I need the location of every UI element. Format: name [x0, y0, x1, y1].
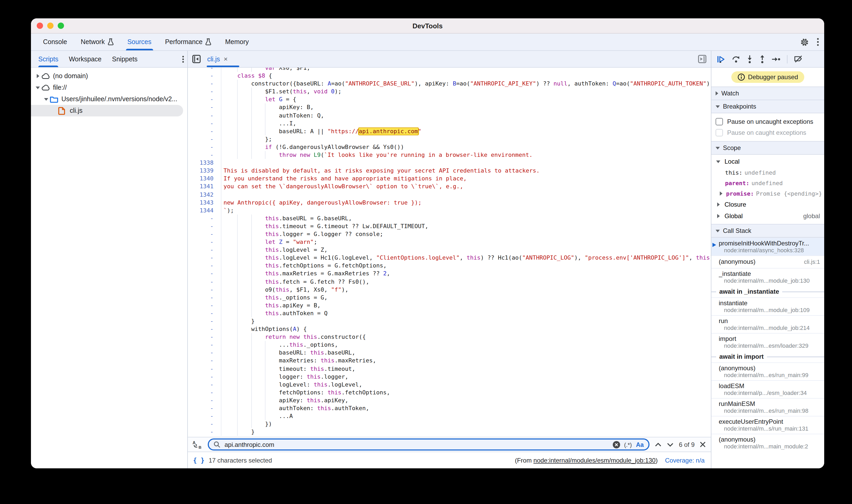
- gutter-cell[interactable]: -: [188, 238, 221, 246]
- deactivate-breakpoints-button[interactable]: [794, 55, 803, 63]
- section-scope[interactable]: Scope: [711, 141, 824, 155]
- tab-cli-js[interactable]: cli.js ×: [207, 55, 228, 63]
- tree-item[interactable]: file://: [31, 82, 187, 93]
- call-stack-frame[interactable]: runMainESMnode:internal/m...es/run_main:…: [711, 398, 824, 416]
- gutter-cell[interactable]: -: [188, 389, 221, 396]
- gutter-cell[interactable]: 1338: [188, 159, 221, 167]
- gutter-cell[interactable]: -: [188, 381, 221, 389]
- gutter-cell[interactable]: 1341: [188, 183, 221, 191]
- gutter-cell[interactable]: -: [188, 278, 221, 286]
- tab-memory[interactable]: Memory: [218, 34, 255, 50]
- gutter-cell[interactable]: -: [188, 80, 221, 88]
- scope-variable[interactable]: promise: Promise {<pending>}: [711, 188, 824, 199]
- gutter-cell[interactable]: -: [188, 309, 221, 317]
- gutter-cell[interactable]: -: [188, 396, 221, 404]
- gutter-cell[interactable]: -: [188, 127, 221, 135]
- tree-arrow[interactable]: [34, 74, 41, 78]
- next-match-button[interactable]: [667, 443, 674, 447]
- scope-group-local[interactable]: Local: [711, 156, 824, 167]
- coverage-link[interactable]: Coverage: n/a: [665, 456, 705, 464]
- gutter-cell[interactable]: -: [188, 341, 221, 349]
- navigator-tab-scripts[interactable]: Scripts: [33, 51, 64, 67]
- gutter-cell[interactable]: -: [188, 365, 221, 373]
- call-stack-frame[interactable]: executeUserEntryPointnode:internal/m...s…: [711, 416, 824, 434]
- previous-match-button[interactable]: [655, 443, 661, 447]
- gutter-cell[interactable]: -: [188, 246, 221, 254]
- source-link[interactable]: node:internal/modules/esm/module_job:130: [534, 456, 656, 464]
- section-call-stack[interactable]: Call Stack: [711, 224, 824, 238]
- scope-entry-arrow[interactable]: [718, 192, 724, 196]
- gutter-cell[interactable]: -: [188, 404, 221, 412]
- call-stack-frame[interactable]: (anonymous)node:internal/m...es/run_main…: [711, 362, 824, 380]
- gutter-cell[interactable]: -: [188, 270, 221, 278]
- call-stack-frame[interactable]: runnode:internal/m...module_job:214: [711, 315, 824, 333]
- breakpoint-option[interactable]: Pause on uncaught exceptions: [715, 116, 820, 127]
- settings-button[interactable]: [800, 37, 809, 47]
- scope-group-arrow[interactable]: [714, 202, 722, 206]
- scope-group-global[interactable]: Globalglobal: [711, 210, 824, 222]
- call-stack-frame[interactable]: (anonymous)cli.js:1: [711, 255, 824, 268]
- gutter-cell[interactable]: -: [188, 104, 221, 111]
- tree-item[interactable]: cli.js: [31, 105, 183, 116]
- section-breakpoints[interactable]: Breakpoints: [711, 100, 824, 113]
- gutter-cell[interactable]: 1342: [188, 191, 221, 198]
- gutter-cell[interactable]: -: [188, 96, 221, 104]
- step-into-button[interactable]: [747, 55, 753, 63]
- gutter-cell[interactable]: -: [188, 215, 221, 222]
- gutter-cell[interactable]: -: [188, 428, 221, 436]
- gutter-cell[interactable]: 1339: [188, 167, 221, 175]
- gutter-cell[interactable]: 1343: [188, 198, 221, 206]
- gutter-cell[interactable]: -: [188, 254, 221, 262]
- search-field[interactable]: (.*) Aa: [208, 438, 650, 450]
- regex-toggle-icon[interactable]: (.*): [624, 441, 632, 448]
- gutter-cell[interactable]: -: [188, 373, 221, 380]
- gutter-cell[interactable]: -: [188, 349, 221, 357]
- gutter-cell[interactable]: -: [188, 317, 221, 325]
- close-window-button[interactable]: [37, 22, 43, 29]
- match-case-toggle-icon[interactable]: Aa: [636, 441, 644, 448]
- call-stack-frame[interactable]: _instantiatenode:internal/m...module_job…: [711, 268, 824, 286]
- gutter-cell[interactable]: -: [188, 302, 221, 309]
- tab-network[interactable]: Network: [74, 34, 121, 50]
- step-out-button[interactable]: [759, 55, 765, 63]
- tab-close-icon[interactable]: ×: [224, 55, 228, 63]
- gutter-cell[interactable]: -: [188, 151, 221, 159]
- navigator-tab-snippets[interactable]: Snippets: [107, 51, 143, 67]
- gutter-cell[interactable]: -: [188, 72, 221, 80]
- zoom-window-button[interactable]: [58, 22, 64, 29]
- gutter-cell[interactable]: -: [188, 135, 221, 143]
- pretty-print-icon[interactable]: { }: [193, 456, 205, 464]
- gutter-cell[interactable]: -: [188, 262, 221, 270]
- tree-item[interactable]: (no domain): [31, 70, 187, 82]
- scope-variable[interactable]: parent: undefined: [711, 178, 824, 188]
- gutter-cell[interactable]: -: [188, 420, 221, 428]
- gutter-cell[interactable]: -: [188, 143, 221, 151]
- minimize-window-button[interactable]: [47, 22, 54, 29]
- search-input[interactable]: [224, 440, 609, 449]
- replace-toggle-button[interactable]: A B: [192, 440, 202, 449]
- close-search-button[interactable]: [700, 442, 706, 447]
- gutter-cell[interactable]: -: [188, 68, 221, 72]
- gutter-cell[interactable]: -: [188, 325, 221, 333]
- tab-performance[interactable]: Performance: [158, 34, 218, 50]
- clear-icon[interactable]: [613, 441, 620, 448]
- gutter-cell[interactable]: -: [188, 293, 221, 301]
- gutter-cell[interactable]: 1340: [188, 175, 221, 183]
- gutter-cell[interactable]: -: [188, 222, 221, 230]
- navigator-tab-workspace[interactable]: Workspace: [64, 51, 107, 67]
- tree-arrow[interactable]: [34, 86, 41, 89]
- call-stack-frame[interactable]: instantiatenode:internal/m...module_job:…: [711, 298, 824, 315]
- section-watch[interactable]: Watch: [711, 87, 824, 100]
- checkbox[interactable]: [715, 118, 723, 125]
- scope-group-arrow[interactable]: [714, 160, 722, 163]
- call-stack-frame[interactable]: promiseInitHookWithDestroyTr...node:inte…: [711, 238, 824, 255]
- gutter-cell[interactable]: -: [188, 286, 221, 293]
- more-options-button[interactable]: [817, 38, 819, 46]
- call-stack-frame[interactable]: loadESMnode:internal/p.../esm_loader:34: [711, 380, 824, 398]
- gutter-cell[interactable]: -: [188, 88, 221, 96]
- scope-group-arrow[interactable]: [714, 214, 722, 218]
- resume-button[interactable]: [717, 55, 726, 63]
- gutter-cell[interactable]: 1344: [188, 206, 221, 214]
- gutter-cell[interactable]: -: [188, 333, 221, 341]
- step-over-button[interactable]: [732, 55, 740, 63]
